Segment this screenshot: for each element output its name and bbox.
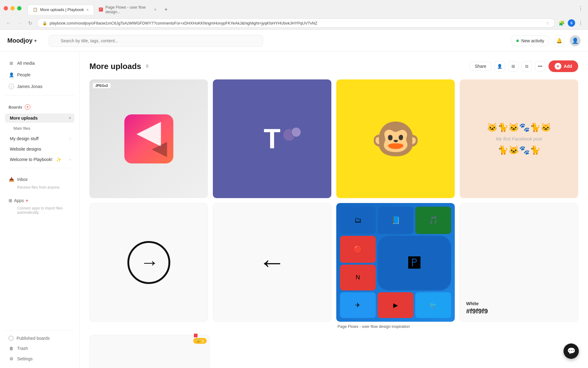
- media-grid: JPEGx2 T: [89, 79, 578, 330]
- forward-button[interactable]: →: [16, 19, 23, 27]
- new-activity-label: New activity: [521, 38, 544, 43]
- app-icon-dropbox: 🗂: [340, 207, 376, 234]
- sidebar-divider-3: [5, 331, 74, 331]
- share-button[interactable]: Share: [469, 62, 491, 71]
- search-input[interactable]: [49, 35, 263, 47]
- browser-chrome: 📋 More uploads | Playbook × 🅿 Page Flows…: [0, 0, 588, 30]
- chevron-down-icon: ▾: [69, 116, 71, 120]
- grid-view-button[interactable]: ⊞: [508, 61, 518, 71]
- add-content-button[interactable]: + Add: [548, 60, 578, 72]
- board-item-welcome[interactable]: Welcome to Playbook! ✨ ›: [5, 155, 74, 164]
- browser-more-icon[interactable]: ⋮: [578, 20, 583, 26]
- tab2-close[interactable]: ×: [154, 7, 156, 12]
- sidebar-bottom: Published boards 🗑 Trash ⚙ Settings: [5, 328, 74, 364]
- filter-button[interactable]: ⧉: [522, 61, 532, 71]
- profile-icon[interactable]: S: [568, 19, 575, 27]
- my-design-stuff-label: My design stuff: [10, 136, 39, 141]
- board-item-website-designs[interactable]: Website designs: [5, 144, 74, 154]
- bell-icon: 🔔: [556, 38, 562, 44]
- activity-dot: [516, 40, 519, 42]
- tab1-favicon: 📋: [33, 7, 38, 12]
- inbox-icon: 📥: [9, 177, 14, 182]
- app-logo[interactable]: Moodjoy ▾: [7, 37, 36, 44]
- content-header: More uploads ⏸ Share 👤 ⊞ ⧉ •••: [89, 60, 578, 72]
- tab2-favicon: 🅿: [99, 7, 103, 12]
- sidebar-item-all-media[interactable]: ⊞ All media: [5, 58, 74, 68]
- user-avatar[interactable]: 👤: [570, 35, 581, 46]
- window-maximize[interactable]: [17, 6, 21, 10]
- app-icon-youtube: ▶: [378, 292, 413, 318]
- header-actions: New activity 🔔 👤: [512, 35, 581, 46]
- browser-toolbar: ← → ↻ 🔒 playbook.com/moodjoy/oF8aow1mC6J…: [0, 17, 588, 29]
- logo-text: Moodjoy: [7, 37, 32, 44]
- new-activity-button[interactable]: New activity: [512, 36, 549, 46]
- board-item-my-design-stuff[interactable]: My design stuff ›: [5, 134, 74, 143]
- chat-button[interactable]: 💬: [564, 343, 579, 359]
- media-card-pink-app[interactable]: JPEGx2: [89, 79, 208, 198]
- more-options-button[interactable]: •••: [535, 61, 545, 71]
- app-icons-card-title: Page Flows - user flow design inspiratio…: [337, 324, 454, 329]
- trash-label: Trash: [17, 346, 28, 351]
- sidebar-divider-2: [5, 168, 74, 168]
- app-icon-parking: 🅿: [378, 236, 451, 290]
- count-badge: 🔒 1: [193, 338, 207, 344]
- james-jonas-label: James Jonas: [17, 84, 42, 89]
- extensions-icon[interactable]: 🧩: [559, 20, 565, 26]
- media-card-mailchimp[interactable]: 🐵: [336, 79, 455, 198]
- media-card-arrow-left[interactable]: ←: [213, 203, 331, 330]
- logo-dropdown-icon[interactable]: ▾: [34, 38, 36, 43]
- notifications-button[interactable]: 🔔: [554, 35, 565, 46]
- add-board-button[interactable]: +: [25, 104, 30, 110]
- sidebar-item-trash[interactable]: 🗑 Trash: [5, 343, 74, 354]
- boards-label: Boards: [9, 105, 22, 109]
- tab1-close[interactable]: ×: [86, 7, 89, 12]
- sidebar-divider-1: [5, 95, 74, 96]
- media-card-color-swatch[interactable]: White #f9f9f9: [460, 203, 578, 330]
- chevron-right-icon-2: ›: [70, 157, 71, 162]
- new-tab-button[interactable]: +: [161, 5, 171, 14]
- sidebar-item-james-jonas[interactable]: ○ James Jonas: [5, 81, 74, 92]
- window-close[interactable]: [4, 6, 8, 10]
- refresh-button[interactable]: ↻: [27, 19, 33, 27]
- inbox-label: Inbox: [17, 177, 28, 182]
- person-icon: 👤: [9, 72, 14, 78]
- media-card-arrow-right[interactable]: →: [89, 203, 208, 330]
- sidebar-item-inbox[interactable]: 📥 Inbox: [5, 174, 74, 185]
- tab-page-flows[interactable]: 🅿 Page Flows - user flow design... ×: [94, 2, 161, 17]
- media-card-teams[interactable]: T: [213, 79, 331, 198]
- board-item-main-files[interactable]: Main files: [5, 124, 74, 133]
- add-app-button[interactable]: +: [26, 198, 28, 203]
- app-icon-facebook: 📘: [378, 207, 413, 234]
- tab-bar: 📋 More uploads | Playbook × 🅿 Page Flows…: [25, 0, 171, 17]
- tab-more-uploads[interactable]: 📋 More uploads | Playbook ×: [28, 5, 94, 15]
- grid-view-icon: ⊞: [511, 64, 515, 69]
- count-number: 1: [202, 339, 204, 343]
- arrow-left-icon: ←: [258, 247, 286, 278]
- media-card-cats[interactable]: 🐱🐈🐱🐾🐈🐱 My first Facebook post 🐈🐱🐾🐈: [460, 79, 578, 198]
- settings-icon: ⚙: [9, 356, 14, 362]
- browser-menu-icon[interactable]: ⋮: [578, 6, 583, 11]
- bookmark-icon[interactable]: ☆: [546, 21, 550, 25]
- media-card-svg[interactable]: 📄 SVGx2 🔒 1: [89, 335, 210, 368]
- back-button[interactable]: ←: [5, 19, 12, 27]
- website-designs-label: Website designs: [10, 147, 41, 151]
- app-icon-1: 🔴: [340, 236, 376, 263]
- sidebar-item-people[interactable]: 👤 People: [5, 70, 74, 80]
- trash-icon: 🗑: [9, 346, 14, 351]
- apps-label: Apps: [14, 198, 24, 203]
- sidebar-item-settings[interactable]: ⚙ Settings: [5, 354, 74, 364]
- mailchimp-monkey-icon: 🐵: [371, 116, 420, 162]
- url-text[interactable]: playbook.com/moodjoy/oF8aow1mC6JgTsAzWWG…: [50, 21, 543, 25]
- tab1-label: More uploads | Playbook: [40, 7, 84, 12]
- color-swatch-name: White: [466, 301, 572, 306]
- apps-grid-icon: ⊞: [9, 198, 12, 203]
- window-minimize[interactable]: [10, 6, 15, 10]
- inbox-section: 📥 Inbox Receive files from anyone.: [5, 174, 74, 192]
- board-item-more-uploads[interactable]: More uploads ▾: [5, 113, 74, 123]
- sidebar-item-published-boards[interactable]: Published boards: [5, 333, 74, 343]
- app-icons-card-info: Page Flows - user flow design inspiratio…: [336, 322, 455, 330]
- media-card-app-icons[interactable]: 🗂 📘 🎵 🔴 🅿 N ✈ ▶ 🐦: [336, 203, 455, 330]
- user-invite-button[interactable]: 👤: [495, 61, 505, 71]
- pause-icon: ⏸: [145, 63, 150, 69]
- filter-icon: ⧉: [525, 64, 528, 69]
